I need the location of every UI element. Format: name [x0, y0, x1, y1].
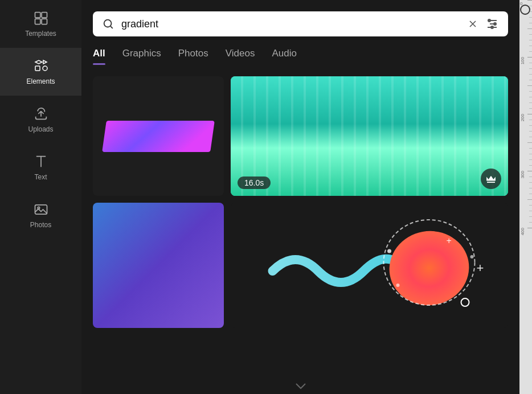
svg-rect-0: [35, 13, 40, 18]
text-label: Text: [34, 173, 47, 181]
ruler-mark-300: 300: [520, 171, 525, 178]
svg-rect-4: [35, 66, 40, 71]
scroll-indicator: [93, 379, 508, 394]
gradient-bar-shape: [102, 121, 215, 152]
svg-point-17: [387, 249, 391, 253]
elements-label: Elements: [26, 77, 55, 85]
tab-all[interactable]: All: [93, 48, 105, 65]
svg-point-14: [491, 26, 493, 28]
svg-point-5: [43, 66, 47, 71]
photos-label: Photos: [30, 221, 51, 229]
sidebar-item-uploads[interactable]: Uploads: [0, 96, 81, 143]
ruler: 0 100 200 300 400: [519, 0, 532, 394]
ruler-circle: [520, 5, 530, 15]
svg-point-15: [383, 225, 474, 311]
templates-label: Templates: [25, 30, 56, 38]
text-icon: [33, 154, 49, 170]
svg-rect-6: [35, 205, 47, 214]
uploads-label: Uploads: [28, 125, 53, 133]
search-bar: [93, 11, 508, 36]
svg-rect-1: [42, 13, 47, 18]
svg-rect-3: [42, 19, 47, 24]
clear-search-icon[interactable]: [467, 18, 478, 30]
main-panel: All Graphics Photos Videos Audio 16.0s: [81, 0, 519, 394]
sidebar-item-photos[interactable]: Photos: [0, 191, 81, 239]
svg-point-18: [396, 284, 400, 287]
tab-graphics[interactable]: Graphics: [122, 48, 161, 65]
teal-video-item[interactable]: 16.0s: [231, 76, 508, 196]
ruler-mark-100: 100: [520, 57, 525, 64]
svg-point-8: [104, 20, 112, 27]
ruler-mark-200: 200: [520, 114, 525, 121]
svg-point-11: [488, 19, 490, 22]
search-tabs: All Graphics Photos Videos Audio: [93, 48, 508, 65]
svg-point-19: [470, 255, 474, 258]
blue-purple-item[interactable]: [93, 203, 224, 328]
results-grid: 16.0s: [93, 76, 508, 379]
search-icon: [102, 18, 114, 30]
svg-point-12: [494, 23, 496, 25]
teal-lines-bg: [231, 76, 508, 196]
uploads-icon: [33, 106, 49, 122]
svg-text:+: +: [477, 261, 484, 275]
svg-text:+: +: [447, 236, 452, 245]
filter-icon[interactable]: [485, 17, 499, 31]
svg-rect-2: [35, 19, 40, 24]
sidebar-item-text[interactable]: Text: [0, 143, 81, 191]
tab-photos[interactable]: Photos: [178, 48, 208, 65]
search-input[interactable]: [121, 18, 460, 30]
premium-badge: [481, 169, 501, 189]
tab-audio[interactable]: Audio: [272, 48, 296, 65]
wave-blob-svg: + +: [231, 203, 508, 328]
photos-icon: [33, 202, 49, 217]
sidebar-item-templates[interactable]: Templates: [0, 0, 81, 48]
video-duration: 16.0s: [238, 177, 271, 189]
gradient-bar-item[interactable]: [93, 76, 224, 196]
ruler-mark-400: 400: [520, 228, 525, 235]
elements-icon: [33, 58, 49, 74]
sidebar: Templates Elements Uploads Text Photos: [0, 0, 81, 394]
templates-icon: [33, 10, 49, 26]
wave-blob-item[interactable]: + +: [231, 203, 508, 328]
tab-videos[interactable]: Videos: [226, 48, 255, 65]
sidebar-item-elements[interactable]: Elements: [0, 48, 81, 96]
svg-point-22: [461, 298, 469, 306]
